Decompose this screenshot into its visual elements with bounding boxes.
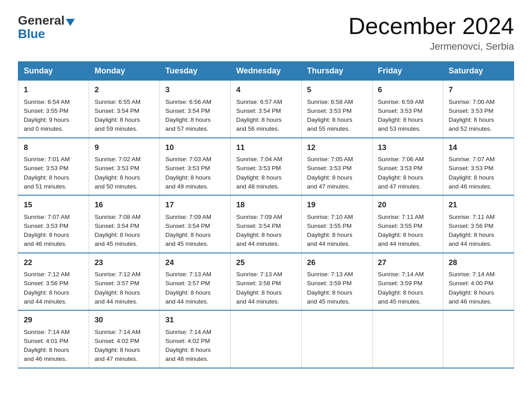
calendar-subtitle: Jermenovci, Serbia xyxy=(348,41,514,52)
sunset-line: Sunset: 3:53 PM xyxy=(236,165,281,171)
sunrise-line: Sunrise: 7:10 AM xyxy=(307,214,353,220)
daylight-line: Daylight: 8 hoursand 53 minutes. xyxy=(378,116,423,132)
sunrise-line: Sunrise: 7:12 AM xyxy=(94,271,141,278)
calendar-cell xyxy=(231,310,301,368)
sunset-line: Sunset: 3:53 PM xyxy=(24,223,69,229)
day-number: 19 xyxy=(307,199,367,211)
daylight-line: Daylight: 9 hoursand 0 minutes. xyxy=(24,116,69,132)
calendar-cell: 31 Sunrise: 7:14 AM Sunset: 4:02 PM Dayl… xyxy=(160,310,231,368)
calendar-cell: 24 Sunrise: 7:13 AM Sunset: 3:57 PM Dayl… xyxy=(160,253,231,311)
calendar-cell: 23 Sunrise: 7:12 AM Sunset: 3:57 PM Dayl… xyxy=(89,253,160,311)
daylight-line: Daylight: 8 hoursand 44 minutes. xyxy=(94,289,140,305)
daylight-line: Daylight: 8 hoursand 44 minutes. xyxy=(236,231,281,247)
calendar-cell xyxy=(372,310,443,368)
sunrise-line: Sunrise: 7:06 AM xyxy=(378,156,424,163)
sunrise-line: Sunrise: 7:11 AM xyxy=(378,214,424,220)
sunrise-line: Sunrise: 7:13 AM xyxy=(165,271,211,278)
sunset-line: Sunset: 3:54 PM xyxy=(165,107,210,114)
sunset-line: Sunset: 3:54 PM xyxy=(165,223,210,229)
sunrise-line: Sunrise: 7:12 AM xyxy=(24,271,70,278)
calendar-cell: 2 Sunrise: 6:55 AM Sunset: 3:54 PM Dayli… xyxy=(89,81,160,138)
day-number: 13 xyxy=(378,142,438,154)
daylight-line: Daylight: 8 hoursand 47 minutes. xyxy=(94,347,140,362)
calendar-cell: 18 Sunrise: 7:09 AM Sunset: 3:54 PM Dayl… xyxy=(231,195,301,253)
logo: General Blue xyxy=(18,13,75,41)
header-friday: Friday xyxy=(372,62,443,81)
daylight-line: Daylight: 8 hoursand 46 minutes. xyxy=(24,347,69,362)
sunrise-line: Sunrise: 7:01 AM xyxy=(24,156,70,163)
calendar-header-row: Sunday Monday Tuesday Wednesday Thursday… xyxy=(18,62,514,81)
sunrise-line: Sunrise: 6:58 AM xyxy=(307,98,353,105)
sunset-line: Sunset: 3:57 PM xyxy=(94,280,139,287)
daylight-line: Daylight: 8 hoursand 52 minutes. xyxy=(449,116,494,132)
daylight-line: Daylight: 8 hoursand 46 minutes. xyxy=(449,174,494,190)
day-number: 15 xyxy=(24,199,83,211)
sunset-line: Sunset: 4:02 PM xyxy=(94,338,139,344)
day-number: 28 xyxy=(449,257,508,269)
sunset-line: Sunset: 3:53 PM xyxy=(165,165,210,171)
sunset-line: Sunset: 3:54 PM xyxy=(94,107,139,114)
sunset-line: Sunset: 3:56 PM xyxy=(24,280,69,287)
sunrise-line: Sunrise: 7:00 AM xyxy=(449,98,495,105)
calendar-cell: 26 Sunrise: 7:13 AM Sunset: 3:59 PM Dayl… xyxy=(301,253,372,311)
day-number: 24 xyxy=(165,257,225,269)
day-number: 16 xyxy=(94,199,154,211)
day-number: 27 xyxy=(378,257,438,269)
calendar-cell: 16 Sunrise: 7:08 AM Sunset: 3:54 PM Dayl… xyxy=(89,195,160,253)
day-number: 26 xyxy=(307,257,367,269)
daylight-line: Daylight: 8 hoursand 55 minutes. xyxy=(307,116,352,132)
day-number: 31 xyxy=(165,314,225,326)
calendar-cell: 29 Sunrise: 7:14 AM Sunset: 4:01 PM Dayl… xyxy=(18,310,89,368)
sunrise-line: Sunrise: 7:07 AM xyxy=(24,214,70,220)
sunrise-line: Sunrise: 7:13 AM xyxy=(236,271,282,278)
daylight-line: Daylight: 8 hoursand 59 minutes. xyxy=(94,116,140,132)
day-number: 1 xyxy=(24,84,83,96)
sunset-line: Sunset: 3:53 PM xyxy=(449,165,493,171)
daylight-line: Daylight: 8 hoursand 44 minutes. xyxy=(24,289,69,305)
sunset-line: Sunset: 4:02 PM xyxy=(165,338,210,344)
calendar-cell: 30 Sunrise: 7:14 AM Sunset: 4:02 PM Dayl… xyxy=(89,310,160,368)
day-number: 17 xyxy=(165,199,225,211)
calendar-cell: 5 Sunrise: 6:58 AM Sunset: 3:53 PM Dayli… xyxy=(301,81,372,138)
calendar-cell: 12 Sunrise: 7:05 AM Sunset: 3:53 PM Dayl… xyxy=(301,138,372,196)
day-number: 4 xyxy=(236,84,296,96)
sunset-line: Sunset: 3:55 PM xyxy=(307,223,352,229)
calendar-cell: 20 Sunrise: 7:11 AM Sunset: 3:55 PM Dayl… xyxy=(372,195,443,253)
calendar-week-row: 15 Sunrise: 7:07 AM Sunset: 3:53 PM Dayl… xyxy=(18,195,514,253)
sunrise-line: Sunrise: 7:08 AM xyxy=(94,214,141,220)
day-number: 2 xyxy=(94,84,154,96)
calendar-cell: 8 Sunrise: 7:01 AM Sunset: 3:53 PM Dayli… xyxy=(18,138,89,196)
header-tuesday: Tuesday xyxy=(160,62,231,81)
sunset-line: Sunset: 3:53 PM xyxy=(307,165,352,171)
sunrise-line: Sunrise: 7:03 AM xyxy=(165,156,211,163)
calendar-cell: 7 Sunrise: 7:00 AM Sunset: 3:53 PM Dayli… xyxy=(443,81,514,138)
calendar-cell: 27 Sunrise: 7:14 AM Sunset: 3:59 PM Dayl… xyxy=(372,253,443,311)
daylight-line: Daylight: 8 hoursand 51 minutes. xyxy=(24,174,69,190)
logo-arrow-icon xyxy=(66,19,75,26)
sunset-line: Sunset: 3:55 PM xyxy=(378,223,423,229)
daylight-line: Daylight: 8 hoursand 47 minutes. xyxy=(307,174,352,190)
daylight-line: Daylight: 8 hoursand 46 minutes. xyxy=(24,231,69,247)
sunset-line: Sunset: 3:58 PM xyxy=(236,280,281,287)
day-number: 8 xyxy=(24,142,83,154)
calendar-table: Sunday Monday Tuesday Wednesday Thursday… xyxy=(18,61,514,368)
day-number: 14 xyxy=(449,142,508,154)
day-number: 11 xyxy=(236,142,296,154)
day-number: 9 xyxy=(94,142,154,154)
calendar-title: December 2024 xyxy=(348,13,514,39)
day-number: 22 xyxy=(24,257,83,269)
day-number: 3 xyxy=(165,84,225,96)
calendar-cell: 9 Sunrise: 7:02 AM Sunset: 3:53 PM Dayli… xyxy=(89,138,160,196)
day-number: 20 xyxy=(378,199,438,211)
sunrise-line: Sunrise: 7:14 AM xyxy=(378,271,424,278)
header-thursday: Thursday xyxy=(301,62,372,81)
day-number: 12 xyxy=(307,142,367,154)
sunset-line: Sunset: 3:53 PM xyxy=(378,165,423,171)
sunset-line: Sunset: 3:53 PM xyxy=(307,107,352,114)
daylight-line: Daylight: 8 hoursand 56 minutes. xyxy=(236,116,281,132)
calendar-cell: 11 Sunrise: 7:04 AM Sunset: 3:53 PM Dayl… xyxy=(231,138,301,196)
calendar-cell xyxy=(443,310,514,368)
header-monday: Monday xyxy=(89,62,160,81)
sunrise-line: Sunrise: 7:14 AM xyxy=(94,329,141,335)
calendar-week-row: 1 Sunrise: 6:54 AM Sunset: 3:55 PM Dayli… xyxy=(18,81,514,138)
